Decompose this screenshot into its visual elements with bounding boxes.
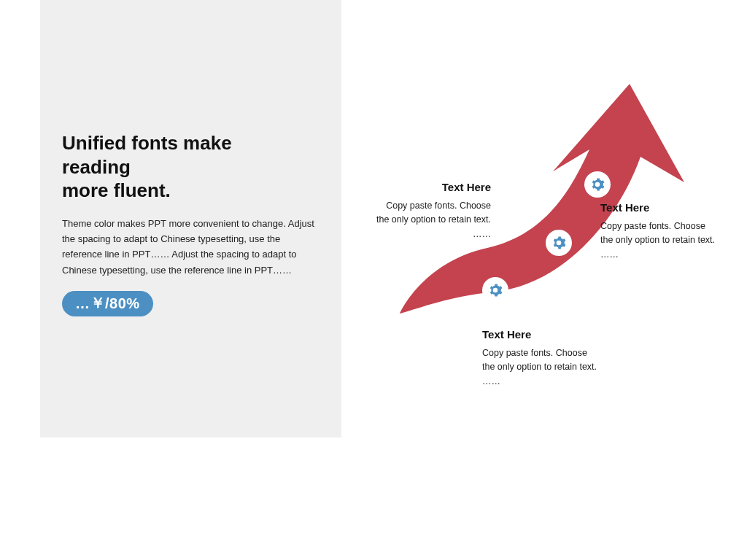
gear-icon (590, 177, 605, 192)
slide-description: Theme color makes PPT more convenient to… (62, 216, 317, 279)
callout-title: Text Here (482, 328, 599, 341)
title-line-3: more fluent. (62, 179, 171, 201)
gear-dot-1 (482, 277, 508, 303)
badge-suffix: /80% (105, 295, 140, 312)
callout-title: Text Here (374, 181, 491, 193)
title-line-2: reading (62, 156, 131, 178)
title-line-1: Unified fonts make (62, 132, 232, 154)
slide-canvas: Unified fonts make reading more fluent. … (0, 0, 747, 560)
callout-title: Text Here (600, 201, 717, 214)
callout-body: Copy paste fonts. Choose the only option… (374, 199, 491, 241)
callout-body: Copy paste fonts. Choose the only option… (600, 219, 717, 262)
callout-right: Text Here Copy paste fonts. Choose the o… (600, 201, 717, 262)
slide-title: Unified fonts make reading more fluent. (62, 131, 317, 203)
gear-dot-3 (584, 171, 611, 198)
gear-dot-2 (546, 230, 572, 256)
gear-icon (551, 236, 566, 250)
badge-prefix: … (75, 295, 90, 312)
left-content: Unified fonts make reading more fluent. … (62, 131, 317, 316)
callout-body: Copy paste fonts. Choose the only option… (482, 346, 599, 389)
callout-top-left: Text Here Copy paste fonts. Choose the o… (374, 181, 491, 241)
right-area: Text Here Copy paste fonts. Choose the o… (341, 0, 747, 560)
price-badge: … ￥ /80% (62, 291, 153, 316)
callout-bottom: Text Here Copy paste fonts. Choose the o… (482, 328, 599, 389)
yen-symbol: ￥ (90, 293, 106, 313)
gear-icon (488, 283, 503, 298)
left-panel: Unified fonts make reading more fluent. … (40, 0, 341, 438)
